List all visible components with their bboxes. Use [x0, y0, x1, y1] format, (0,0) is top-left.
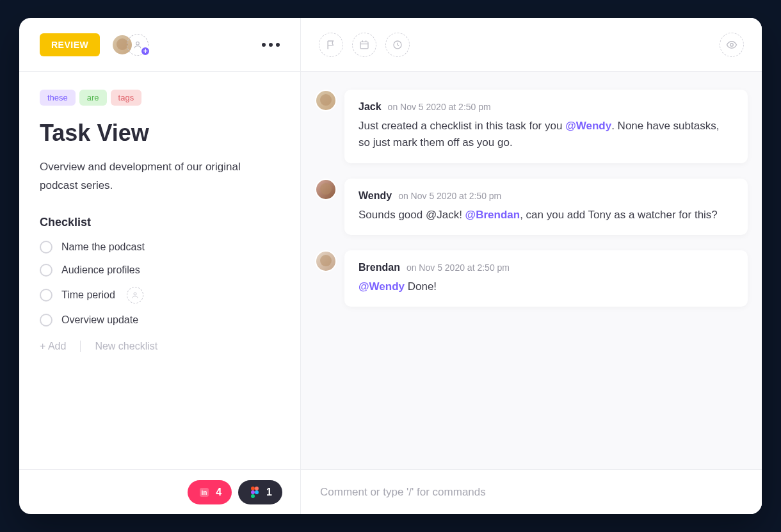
checkbox-icon[interactable]	[40, 241, 52, 254]
svg-point-8	[251, 494, 255, 498]
comment-body: Sounds good @Jack! @Brendan, can you add…	[358, 207, 734, 223]
checklist-title: Checklist	[40, 216, 280, 229]
task-window: REVIEW + these are tags Task View	[19, 18, 762, 514]
comment-body: @Wendy Done!	[358, 278, 734, 295]
divider	[80, 341, 81, 352]
svg-point-15	[730, 43, 734, 46]
checklist-item-label: Overview update	[61, 314, 138, 326]
tag[interactable]: these	[40, 90, 76, 106]
invision-count: 4	[216, 487, 221, 498]
task-description: Overview and development of our original…	[40, 158, 280, 195]
svg-point-5	[255, 487, 259, 490]
comment: Wendy on Nov 5 2020 at 2:50 pm Sounds go…	[315, 179, 748, 235]
comment-text: , can you add Tony as a watcher for this…	[520, 209, 718, 221]
left-footer: in 4 1	[19, 469, 300, 514]
svg-point-4	[251, 487, 255, 490]
checklist-item-label: Time period	[61, 289, 115, 301]
comment-time: on Nov 5 2020 at 2:50 pm	[398, 191, 501, 201]
figma-icon	[248, 486, 261, 499]
flag-icon	[326, 40, 336, 50]
svg-point-1	[134, 293, 136, 295]
comment-author: Jack	[358, 101, 382, 113]
checklist-item[interactable]: Time period	[40, 287, 280, 303]
comment-text: Just created a checklist in this task fo…	[358, 120, 565, 132]
comment-composer	[301, 469, 762, 514]
left-pane: REVIEW + these are tags Task View	[19, 18, 301, 514]
comment: Jack on Nov 5 2020 at 2:50 pm Just creat…	[315, 90, 748, 163]
comment-avatar[interactable]	[315, 179, 337, 200]
svg-point-0	[136, 42, 140, 45]
figma-pill[interactable]: 1	[238, 480, 282, 504]
svg-text:in: in	[202, 489, 207, 496]
checklist-item[interactable]: Audience profiles	[40, 264, 280, 277]
assignee-group: +	[111, 34, 149, 56]
tag[interactable]: tags	[111, 90, 142, 106]
svg-point-6	[251, 490, 255, 494]
clock-icon	[392, 40, 403, 50]
priority-button[interactable]	[319, 33, 343, 57]
comment-bubble: Brendan on Nov 5 2020 at 2:50 pm @Wendy …	[344, 250, 748, 307]
right-header	[301, 18, 762, 72]
checklist-item-label: Audience profiles	[61, 264, 140, 276]
figma-count: 1	[266, 487, 272, 498]
checklist-item[interactable]: Overview update	[40, 314, 280, 326]
comment-avatar[interactable]	[315, 90, 337, 111]
svg-point-7	[255, 490, 259, 494]
checkbox-icon[interactable]	[40, 289, 52, 302]
left-header: REVIEW +	[19, 18, 300, 72]
more-options-button[interactable]	[262, 43, 280, 47]
svg-rect-10	[360, 42, 368, 49]
plus-badge-icon: +	[140, 46, 150, 56]
due-date-button[interactable]	[352, 33, 376, 57]
comment: Brendan on Nov 5 2020 at 2:50 pm @Wendy …	[315, 250, 748, 307]
add-checklist-item-button[interactable]: + Add	[40, 341, 66, 352]
comment-input[interactable]	[320, 486, 743, 499]
time-button[interactable]	[385, 33, 410, 57]
left-body: these are tags Task View Overview and de…	[19, 72, 300, 469]
checklist-actions: + Add New checklist	[40, 341, 280, 352]
mention[interactable]: @Brendan	[465, 209, 520, 221]
task-title: Task View	[40, 120, 280, 147]
comments-list: Jack on Nov 5 2020 at 2:50 pm Just creat…	[301, 72, 762, 469]
mention[interactable]: @Wendy	[358, 280, 405, 293]
assign-person-button[interactable]	[127, 287, 143, 303]
mention[interactable]: @Wendy	[565, 120, 611, 132]
tags-row: these are tags	[40, 90, 280, 106]
comment-time: on Nov 5 2020 at 2:50 pm	[388, 102, 491, 112]
checkbox-icon[interactable]	[40, 314, 52, 326]
checklist-item[interactable]: Name the podcast	[40, 241, 280, 254]
comment-author: Brendan	[358, 262, 400, 273]
comment-time: on Nov 5 2020 at 2:50 pm	[407, 262, 510, 273]
calendar-icon	[359, 40, 369, 50]
comment-text: Sounds good @Jack!	[358, 209, 465, 221]
watchers-button[interactable]	[720, 33, 744, 57]
comment-text: Done!	[405, 280, 437, 293]
status-pill[interactable]: REVIEW	[40, 33, 100, 56]
eye-icon	[726, 39, 737, 51]
comment-body: Just created a checklist in this task fo…	[358, 118, 734, 152]
comment-bubble: Jack on Nov 5 2020 at 2:50 pm Just creat…	[344, 90, 748, 163]
add-assignee-button[interactable]: +	[127, 34, 149, 56]
checkbox-icon[interactable]	[40, 264, 52, 277]
checklist-item-label: Name the podcast	[61, 241, 145, 253]
comment-author: Wendy	[358, 190, 392, 202]
tag[interactable]: are	[79, 90, 107, 106]
invision-pill[interactable]: in 4	[188, 480, 232, 504]
invision-icon: in	[198, 486, 211, 499]
right-pane: Jack on Nov 5 2020 at 2:50 pm Just creat…	[301, 18, 762, 514]
comment-bubble: Wendy on Nov 5 2020 at 2:50 pm Sounds go…	[344, 179, 748, 235]
comment-avatar[interactable]	[315, 250, 337, 272]
new-checklist-button[interactable]: New checklist	[95, 341, 157, 352]
person-icon	[131, 291, 139, 299]
